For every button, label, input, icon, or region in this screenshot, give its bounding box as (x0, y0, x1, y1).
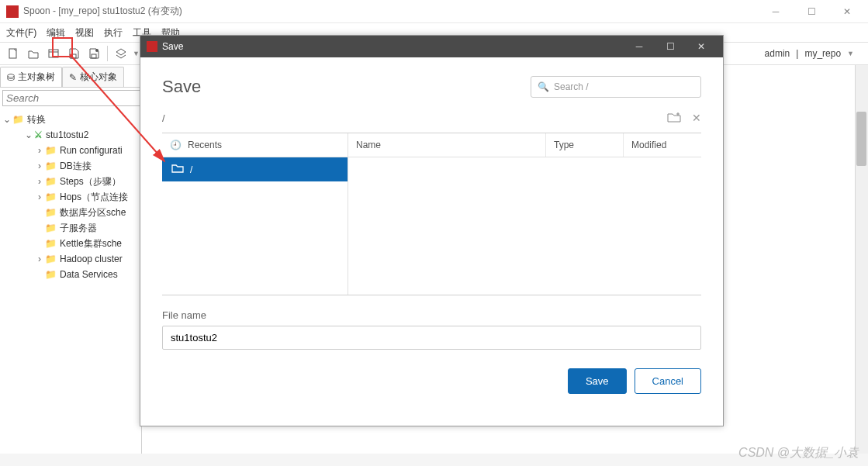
save-button[interactable]: Save (568, 368, 627, 394)
file-list: Name Type Modified (348, 133, 701, 295)
svg-rect-2 (49, 50, 58, 57)
search-icon: 🔍 (538, 81, 549, 92)
save-icon[interactable] (65, 45, 82, 62)
column-modified[interactable]: Modified (624, 133, 701, 157)
tree-item-cluster[interactable]: 📁Kettle集群sche (2, 236, 140, 251)
sidebar: ⛁主对象树 ✎核心对象 ✕ ᴬᴢ ⛉ ⌄📁转换 ⌄⚔stu1tostu2 ›📁R… (0, 65, 142, 454)
menu-edit[interactable]: 编辑 (47, 26, 65, 40)
connect-user[interactable]: admin (765, 48, 790, 59)
explore-icon[interactable] (45, 45, 62, 62)
recents-panel: 🕘 Recents / (162, 133, 348, 295)
statusbar (0, 454, 868, 466)
new-file-icon[interactable] (5, 45, 22, 62)
tree-item-hops[interactable]: ›📁Hops（节点连接 (2, 189, 140, 205)
svg-rect-5 (92, 54, 96, 58)
save-dialog: Save ─ ☐ ✕ Save 🔍 Search / / ✕ 🕘 (140, 35, 724, 426)
tree-root[interactable]: ⌄📁转换 (2, 112, 140, 127)
connect-repo[interactable]: my_repo (804, 48, 841, 59)
cancel-button[interactable]: Cancel (635, 368, 701, 394)
menu-view[interactable]: 视图 (75, 26, 94, 40)
object-tree: ⌄📁转换 ⌄⚔stu1tostu2 ›📁Run configurati ›📁DB… (0, 109, 141, 285)
window-title: Spoon - [my_repo] stu1tostu2 (有变动) (23, 5, 758, 18)
close-button[interactable]: ✕ (829, 0, 865, 23)
perspective-icon[interactable] (112, 45, 130, 62)
tree-item-run-config[interactable]: ›📁Run configurati (2, 143, 140, 158)
dialog-title-text: Save (162, 41, 183, 52)
tree-item-data-services[interactable]: 📁Data Services (2, 267, 140, 282)
column-type[interactable]: Type (546, 133, 624, 157)
folder-icon (171, 164, 184, 175)
new-folder-icon[interactable] (667, 112, 681, 125)
svg-rect-4 (71, 54, 76, 58)
save-as-icon[interactable] (85, 45, 102, 62)
recents-header: 🕘 Recents (162, 133, 348, 157)
recent-item-root[interactable]: / (162, 157, 348, 181)
filename-input[interactable] (162, 326, 701, 350)
tab-main-tree[interactable]: ⛁主对象树 (0, 67, 62, 87)
dialog-maximize-button[interactable]: ☐ (655, 41, 686, 52)
delete-icon[interactable]: ✕ (692, 112, 701, 125)
tab-core-objects[interactable]: ✎核心对象 (62, 67, 124, 87)
minimize-button[interactable]: ─ (758, 0, 794, 23)
app-logo (6, 5, 19, 18)
svg-point-6 (95, 49, 99, 52)
dialog-heading: Save (162, 77, 531, 97)
clock-icon: 🕘 (170, 140, 182, 150)
filename-label: File name (162, 309, 206, 321)
tree-icon: ⛁ (7, 72, 15, 83)
main-titlebar: Spoon - [my_repo] stu1tostu2 (有变动) ─ ☐ ✕ (0, 0, 868, 23)
dialog-search-box[interactable]: 🔍 Search / (531, 76, 701, 98)
tree-item-db[interactable]: ›📁DB连接 (2, 158, 140, 174)
dropdown-arrow-icon[interactable]: ▼ (133, 50, 140, 57)
pencil-icon: ✎ (69, 72, 77, 83)
tree-item-partition[interactable]: 📁数据库分区sche (2, 205, 140, 220)
open-folder-icon[interactable] (25, 45, 42, 62)
column-name[interactable]: Name (348, 133, 546, 157)
tree-transformation[interactable]: ⌄⚔stu1tostu2 (2, 127, 140, 143)
tree-item-hadoop[interactable]: ›📁Hadoop cluster (2, 251, 140, 267)
dialog-search-placeholder: Search / (554, 81, 589, 92)
sidebar-search-input[interactable] (2, 90, 142, 106)
dialog-logo (147, 41, 157, 52)
maximize-button[interactable]: ☐ (794, 0, 829, 23)
vertical-scrollbar[interactable] (855, 65, 868, 454)
dialog-minimize-button[interactable]: ─ (624, 41, 655, 52)
tree-item-slave[interactable]: 📁子服务器 (2, 220, 140, 236)
breadcrumb[interactable]: / (162, 112, 659, 124)
dialog-close-button[interactable]: ✕ (686, 41, 717, 52)
connect-dropdown-icon[interactable]: ▼ (847, 50, 854, 57)
menu-file[interactable]: 文件(F) (6, 26, 36, 40)
menu-run[interactable]: 执行 (104, 26, 123, 40)
tree-item-steps[interactable]: ›📁Steps（步骤） (2, 174, 140, 189)
dialog-titlebar[interactable]: Save ─ ☐ ✕ (140, 36, 723, 57)
